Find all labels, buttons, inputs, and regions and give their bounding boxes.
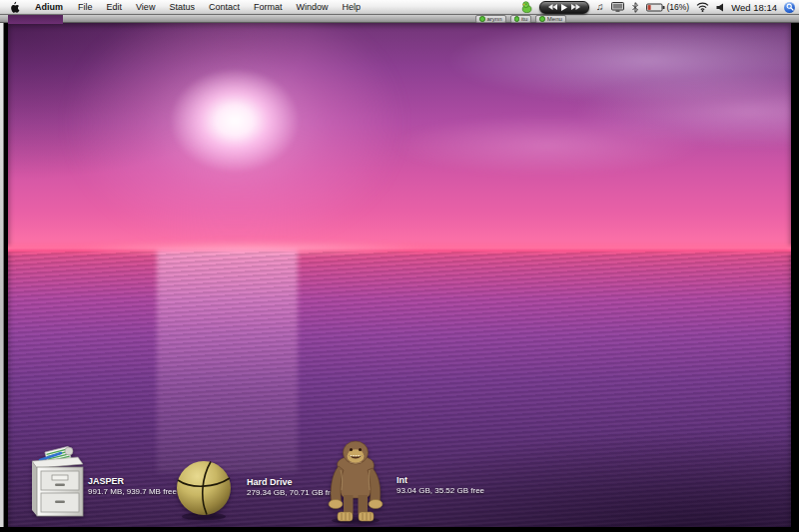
menu-contact[interactable]: Contact xyxy=(202,0,247,14)
apple-menu[interactable] xyxy=(9,1,20,13)
menu-bar-status-items: ♫ (16%) xyxy=(521,1,799,14)
display-icon[interactable] xyxy=(611,2,624,12)
status-dot-icon xyxy=(539,16,545,22)
volume-label: Int 93.04 GB, 35.52 GB free xyxy=(397,475,484,495)
monkey-figure-icon xyxy=(328,440,384,524)
battery-status[interactable]: (16%) xyxy=(646,2,690,12)
media-play-icon xyxy=(561,4,567,11)
wifi-icon[interactable] xyxy=(696,2,709,12)
window-tab-label: Menu xyxy=(547,16,562,22)
menu-adium[interactable]: Adium xyxy=(28,0,71,14)
status-dot-icon xyxy=(479,16,485,22)
volume-icon-hard-drive[interactable] xyxy=(174,459,234,525)
volume-name: Hard Drive xyxy=(247,477,340,488)
volume-icon[interactable] xyxy=(716,3,724,12)
volume-name: JASPER xyxy=(88,476,177,487)
menu-file[interactable]: File xyxy=(71,0,100,14)
menu-status[interactable]: Status xyxy=(162,0,202,14)
golden-ball-icon xyxy=(174,459,234,521)
background-window-edge xyxy=(0,14,4,527)
menu-bar-clock[interactable]: Wed 18:14 xyxy=(731,2,777,13)
window-tab[interactable]: arynn xyxy=(475,15,506,24)
adium-duck-status-icon[interactable] xyxy=(521,1,532,13)
music-note-icon[interactable]: ♫ xyxy=(596,2,604,12)
apple-logo-icon xyxy=(9,1,20,13)
bluetooth-icon[interactable] xyxy=(631,2,639,13)
status-dot-icon xyxy=(514,16,520,22)
window-tab[interactable]: itu xyxy=(510,15,532,24)
volume-icon-jasper[interactable] xyxy=(28,445,86,523)
volume-label: Hard Drive 279.34 GB, 70.71 GB free xyxy=(247,477,340,497)
file-cabinet-icon xyxy=(28,445,86,519)
window-tab[interactable]: Menu xyxy=(535,15,566,24)
desktop-wallpaper: JASPER 991.7 MB, 939.7 MB free Hard Driv… xyxy=(8,22,791,527)
volume-details: 279.34 GB, 70.71 GB free xyxy=(247,488,340,497)
window-tab-label: itu xyxy=(521,16,527,22)
battery-percent: (16%) xyxy=(667,2,690,12)
battery-icon xyxy=(646,3,665,12)
menu-format[interactable]: Format xyxy=(247,0,290,14)
media-forward-icon xyxy=(571,4,580,10)
menu-view[interactable]: View xyxy=(129,0,162,14)
media-controls[interactable] xyxy=(539,1,589,14)
menu-window[interactable]: Window xyxy=(289,0,335,14)
spotlight-icon[interactable] xyxy=(784,2,795,13)
window-tab-strip: arynn itu Menu xyxy=(475,15,566,24)
media-rewind-icon xyxy=(548,4,557,10)
menu-edit[interactable]: Edit xyxy=(100,0,130,14)
window-tab-label: arynn xyxy=(487,16,502,22)
wallpaper-sun xyxy=(170,68,300,173)
background-window-strip: arynn itu Menu xyxy=(0,14,799,23)
volume-details: 93.04 GB, 35.52 GB free xyxy=(397,486,484,495)
menu-help[interactable]: Help xyxy=(335,0,368,14)
volume-name: Int xyxy=(397,475,484,486)
volume-details: 991.7 MB, 939.7 MB free xyxy=(88,487,177,496)
volume-icon-int[interactable] xyxy=(328,440,384,527)
menu-bar: Adium File Edit View Status Contact Form… xyxy=(0,0,799,15)
volume-label: JASPER 991.7 MB, 939.7 MB free xyxy=(88,476,177,496)
